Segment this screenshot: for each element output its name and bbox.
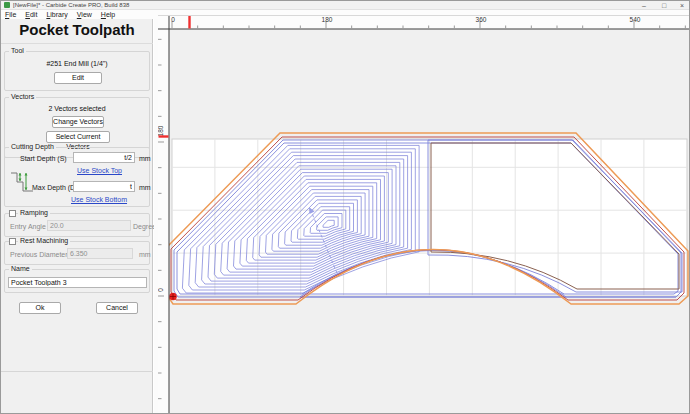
app-icon xyxy=(4,2,10,8)
start-depth-label: Start Depth (S) xyxy=(20,155,67,162)
menu-library[interactable]: Library xyxy=(46,10,67,19)
svg-text:180: 180 xyxy=(322,16,333,23)
use-stock-top-link[interactable]: Use Stock Top xyxy=(77,167,122,174)
panel-divider xyxy=(1,371,153,372)
tool-name: #251 End Mill (1/4") xyxy=(5,60,149,67)
ruler-vertical xyxy=(158,29,169,414)
cutting-depth-label: Cutting Depth xyxy=(9,143,56,151)
start-depth-unit: mm xyxy=(139,155,151,162)
rest-machining-group: Rest Machining Previous Diameter 6.350 m… xyxy=(4,241,150,265)
max-depth-label: Max Depth (D) xyxy=(32,184,78,191)
cancel-button[interactable]: Cancel xyxy=(96,302,138,314)
pocket-toolpath-panel: Pocket Toolpath Tool #251 End Mill (1/4"… xyxy=(1,19,153,414)
entry-angle-input[interactable]: 20.0 xyxy=(47,220,131,231)
edit-tool-button[interactable]: Edit xyxy=(54,72,102,84)
svg-text:0: 0 xyxy=(158,288,164,292)
ramping-group: Ramping Entry Angle 20.0 Degrees xyxy=(4,213,150,237)
application-window: { "window": { "title": "[NewFile]* - Car… xyxy=(0,0,690,414)
menu-view[interactable]: View xyxy=(77,10,92,19)
svg-text:540: 540 xyxy=(630,16,641,23)
entry-angle-label: Entry Angle xyxy=(10,223,46,230)
previous-diameter-input[interactable]: 6.350 xyxy=(67,248,133,259)
minimize-button[interactable]: – xyxy=(637,1,651,10)
previous-diameter-label: Previous Diameter xyxy=(10,251,68,258)
max-depth-input[interactable] xyxy=(73,181,135,192)
design-canvas[interactable]: 01803605401800 xyxy=(158,15,690,414)
use-stock-bottom-link[interactable]: Use Stock Bottom xyxy=(71,196,127,203)
tool-group-label: Tool xyxy=(9,47,26,55)
close-button[interactable]: × xyxy=(675,1,689,10)
page-title: Pocket Toolpath xyxy=(1,21,153,38)
cutting-depth-group: Cutting Depth Start Depth (S) mm Use Sto… xyxy=(4,147,150,207)
tool-group: Tool #251 End Mill (1/4") Edit xyxy=(4,51,150,91)
menu-file[interactable]: File xyxy=(5,10,16,19)
origin-marker[interactable] xyxy=(169,293,177,301)
svg-text:360: 360 xyxy=(476,16,487,23)
svg-text:0: 0 xyxy=(171,16,175,23)
ruler-horizontal xyxy=(158,15,690,29)
svg-text:180: 180 xyxy=(158,125,164,136)
vectors-group-label: Vectors xyxy=(9,93,36,101)
divider xyxy=(1,43,153,44)
vectors-status: 2 Vectors selected xyxy=(5,105,149,112)
rest-machining-label: Rest Machining xyxy=(18,237,70,244)
toolpath-name-input[interactable] xyxy=(8,277,147,288)
title-bar: [NewFile]* - Carbide Create PRO, Build 8… xyxy=(1,1,690,10)
max-depth-unit: mm xyxy=(139,184,151,191)
select-current-vectors-button[interactable]: Select Current Vectors xyxy=(46,131,110,143)
ok-button[interactable]: Ok xyxy=(19,302,61,314)
ramping-checkbox[interactable] xyxy=(9,210,16,217)
menu-edit[interactable]: Edit xyxy=(25,10,37,19)
menu-help[interactable]: Help xyxy=(101,10,115,19)
window-title: [NewFile]* - Carbide Create PRO, Build 8… xyxy=(13,2,129,8)
name-group: Name xyxy=(4,269,150,293)
change-vectors-button[interactable]: Change Vectors xyxy=(52,116,104,128)
rest-machining-checkbox[interactable] xyxy=(9,238,16,245)
maximize-button[interactable]: □ xyxy=(657,1,671,10)
name-label: Name xyxy=(9,265,32,273)
ramping-label: Ramping xyxy=(18,209,50,216)
start-depth-input[interactable] xyxy=(73,152,135,163)
previous-diameter-unit: mm xyxy=(139,251,151,258)
